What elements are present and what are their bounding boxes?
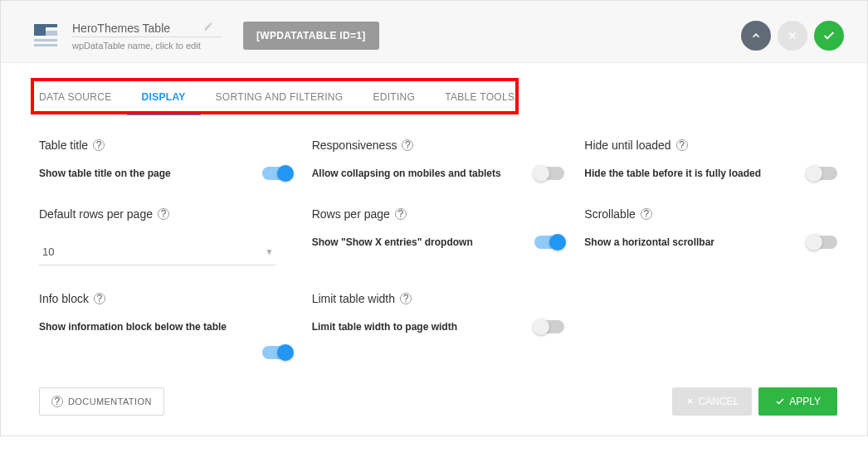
help-icon[interactable]: ? [93, 139, 105, 151]
toggle-table-title[interactable] [262, 167, 292, 180]
setting-title-text: Info block [39, 292, 89, 305]
toggle-rows-per-page[interactable] [534, 236, 564, 249]
help-icon: ? [51, 396, 63, 407]
toggle-hide-until-loaded[interactable] [807, 167, 837, 180]
setting-title-text: Responsiveness [312, 139, 397, 152]
help-icon[interactable]: ? [158, 208, 169, 220]
svg-rect-2 [46, 31, 57, 36]
setting-rows-per-page: Rows per page ? Show "Show X entries" dr… [312, 207, 565, 265]
apply-button[interactable]: APPLY [758, 387, 837, 416]
svg-rect-0 [34, 24, 46, 36]
setting-table-title: Table title ? Show table title on the pa… [39, 139, 292, 181]
tab-display[interactable]: DISPLAY [127, 85, 201, 115]
settings-grid: Table title ? Show table title on the pa… [1, 115, 867, 374]
setting-limit-width: Limit table width ? Limit table width to… [312, 292, 565, 359]
setting-info-block: Info block ? Show information block belo… [39, 292, 292, 359]
setting-desc: Show information block below the table [39, 320, 292, 334]
documentation-label: DOCUMENTATION [68, 396, 152, 406]
toggle-limit-width[interactable] [534, 320, 564, 333]
table-name-hint: wpDataTable name, click to edit [72, 41, 222, 51]
setting-title: Table title ? [39, 139, 292, 152]
setting-title: Default rows per page ? [39, 207, 292, 221]
setting-title: Limit table width ? [312, 292, 565, 305]
setting-scrollable: Scrollable ? Show a horizontal scrollbar [584, 207, 837, 265]
toggle-responsiveness[interactable] [534, 167, 564, 180]
apply-circle-button[interactable] [814, 21, 844, 51]
setting-title: Info block ? [39, 292, 292, 305]
setting-title-text: Limit table width [312, 292, 395, 305]
title-block: wpDataTable name, click to edit [72, 22, 222, 51]
help-icon[interactable]: ? [676, 139, 688, 151]
setting-title-text: Default rows per page [39, 207, 153, 221]
setting-title-text: Rows per page [312, 207, 390, 221]
help-icon[interactable]: ? [400, 293, 412, 304]
setting-responsiveness: Responsiveness ? Allow collapsing on mob… [312, 139, 565, 181]
toggle-info-block[interactable] [262, 346, 292, 359]
setting-default-rows: Default rows per page ? 10 ▼ [39, 207, 292, 265]
select-value: 10 [42, 246, 54, 258]
tab-table-tools[interactable]: TABLE TOOLS [430, 85, 529, 115]
tabs-container: DATA SOURCE DISPLAY SORTING AND FILTERIN… [1, 63, 867, 115]
setting-desc: Allow collapsing on mobiles and tablets [312, 167, 535, 181]
setting-desc: Show "Show X entries" dropdown [312, 236, 535, 250]
documentation-button[interactable]: ? DOCUMENTATION [39, 387, 164, 416]
default-rows-select[interactable]: 10 ▼ [39, 239, 276, 265]
setting-desc: Show a horizontal scrollbar [584, 236, 807, 250]
wpdatatables-logo-icon [31, 21, 61, 51]
svg-rect-4 [34, 44, 57, 46]
setting-title: Rows per page ? [312, 207, 565, 221]
panel-footer: ? DOCUMENTATION CANCEL APPLY [1, 374, 867, 435]
svg-rect-1 [46, 24, 57, 27]
setting-desc: Hide the table before it is fully loaded [584, 167, 807, 181]
help-icon[interactable]: ? [94, 293, 105, 304]
shortcode-badge: [WPDATATABLE ID=1] [243, 22, 379, 50]
caret-down-icon: ▼ [265, 247, 273, 256]
cancel-button[interactable]: CANCEL [672, 387, 753, 416]
toggle-scrollable[interactable] [807, 236, 837, 249]
tabs: DATA SOURCE DISPLAY SORTING AND FILTERIN… [31, 63, 837, 115]
help-icon[interactable]: ? [402, 139, 413, 151]
title-row[interactable] [72, 22, 222, 37]
tab-sorting-filtering[interactable]: SORTING AND FILTERING [201, 85, 358, 115]
setting-title: Scrollable ? [584, 207, 837, 221]
check-icon [775, 396, 785, 406]
tab-data-source[interactable]: DATA SOURCE [31, 85, 127, 115]
cancel-label: CANCEL [699, 396, 739, 407]
svg-rect-3 [34, 39, 57, 41]
footer-actions: CANCEL APPLY [672, 387, 838, 416]
setting-title: Hide until loaded ? [584, 139, 837, 152]
setting-desc: Show table title on the page [39, 167, 262, 181]
apply-label: APPLY [789, 396, 821, 407]
panel-header: wpDataTable name, click to edit [WPDATAT… [1, 1, 867, 63]
close-icon [685, 396, 695, 406]
setting-title-text: Table title [39, 139, 88, 152]
setting-title-text: Hide until loaded [584, 139, 671, 152]
setting-desc: Limit table width to page width [312, 320, 535, 334]
setting-title: Responsiveness ? [312, 139, 565, 152]
header-actions [741, 21, 844, 51]
setting-title-text: Scrollable [584, 207, 635, 221]
tab-editing[interactable]: EDITING [358, 85, 430, 115]
settings-panel: wpDataTable name, click to edit [WPDATAT… [0, 0, 868, 436]
help-icon[interactable]: ? [395, 208, 407, 220]
close-button[interactable] [778, 21, 807, 51]
pencil-icon [203, 22, 213, 34]
setting-hide-until-loaded: Hide until loaded ? Hide the table befor… [584, 139, 837, 181]
table-name-input[interactable] [72, 22, 197, 35]
collapse-button[interactable] [741, 21, 771, 51]
help-icon[interactable]: ? [641, 208, 652, 220]
